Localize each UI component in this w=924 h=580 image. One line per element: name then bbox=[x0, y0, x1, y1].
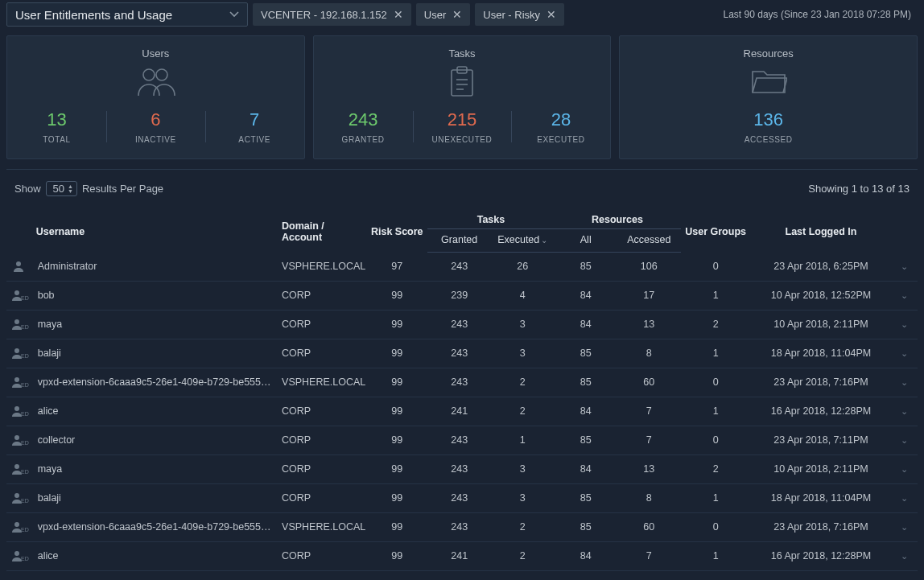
cell-executed: 26 bbox=[491, 253, 555, 282]
cell-last-logged: 16 Apr 2018, 12:28PM bbox=[751, 397, 891, 426]
filter-chip[interactable]: VCENTER - 192.168.1.152✕ bbox=[253, 3, 411, 26]
filter-label: User - Risky bbox=[483, 9, 540, 21]
page-title: User Entitlements and Usage bbox=[15, 8, 172, 22]
cell-risk: 99 bbox=[366, 426, 427, 455]
table-row[interactable]: EDbobCORP9923948417110 Apr 2018, 12:52PM… bbox=[6, 281, 918, 310]
metric-value: 13 bbox=[47, 109, 66, 130]
metric-value: 7 bbox=[250, 109, 259, 130]
close-icon[interactable]: ✕ bbox=[394, 8, 403, 21]
cell-accessed: 8 bbox=[617, 339, 681, 368]
svg-point-0 bbox=[143, 69, 155, 80]
svg-text:ED: ED bbox=[21, 353, 29, 359]
close-icon[interactable]: ✕ bbox=[547, 8, 556, 21]
metric-label: ACTIVE bbox=[238, 135, 270, 144]
col-username[interactable]: Username bbox=[33, 208, 278, 253]
user-icon: ED bbox=[6, 281, 33, 310]
metric-value: 6 bbox=[151, 109, 160, 130]
expand-row[interactable]: ⌄ bbox=[891, 483, 918, 512]
cell-all: 84 bbox=[554, 541, 617, 570]
col-executed[interactable]: Executed⌄ bbox=[491, 229, 555, 253]
expand-row[interactable]: ⌄ bbox=[891, 281, 918, 310]
cell-all: 84 bbox=[554, 397, 617, 426]
metric: 13TOTAL bbox=[7, 109, 106, 144]
cell-domain: VSPHERE.LOCAL bbox=[278, 253, 366, 282]
chevron-down-icon: ⌄ bbox=[901, 377, 908, 387]
table-row[interactable]: EDaliceCORP992412847116 Apr 2018, 12:28P… bbox=[6, 397, 918, 426]
cell-username: Administrator bbox=[33, 253, 278, 282]
expand-row[interactable]: ⌄ bbox=[891, 397, 918, 426]
metric-label: EXECUTED bbox=[537, 135, 584, 144]
cell-accessed: 13 bbox=[617, 310, 681, 339]
cell-all: 85 bbox=[554, 368, 617, 397]
chevron-down-icon: ⌄ bbox=[901, 406, 908, 416]
expand-row[interactable]: ⌄ bbox=[891, 426, 918, 455]
table-row[interactable]: EDvpxd-extension-6caaa9c5-26e1-409e-b729… bbox=[6, 368, 918, 397]
table-row[interactable]: AdministratorVSPHERE.LOCAL97243268510602… bbox=[6, 253, 918, 282]
metric: 6INACTIVE bbox=[106, 109, 205, 144]
expand-row[interactable]: ⌄ bbox=[891, 455, 918, 483]
cell-groups: 1 bbox=[681, 397, 751, 426]
col-risk[interactable]: Risk Score bbox=[366, 208, 427, 253]
cell-granted: 241 bbox=[427, 397, 491, 426]
folder-icon bbox=[750, 66, 787, 98]
cell-accessed: 13 bbox=[617, 455, 681, 483]
metric-value: 136 bbox=[753, 109, 783, 130]
metric: 243GRANTED bbox=[314, 109, 413, 144]
table-row[interactable]: EDaliceCORP992412847116 Apr 2018, 12:28P… bbox=[6, 541, 918, 570]
svg-text:ED: ED bbox=[21, 440, 29, 446]
close-icon[interactable]: ✕ bbox=[452, 8, 462, 21]
expand-row[interactable]: ⌄ bbox=[891, 368, 918, 397]
expand-row[interactable]: ⌄ bbox=[891, 310, 918, 339]
cell-executed: 3 bbox=[491, 455, 555, 483]
cell-domain: CORP bbox=[278, 281, 366, 310]
table-row[interactable]: EDcollectorCORP992431857023 Apr 2018, 7:… bbox=[6, 426, 918, 455]
table-row[interactable]: EDbalajiCORP992433858118 Apr 2018, 11:04… bbox=[6, 483, 918, 512]
cell-groups: 1 bbox=[681, 281, 751, 310]
cell-granted: 243 bbox=[427, 368, 491, 397]
cell-domain: CORP bbox=[278, 310, 366, 339]
svg-rect-2 bbox=[452, 70, 472, 96]
cell-executed: 3 bbox=[491, 483, 555, 512]
chevron-down-icon: ⌄ bbox=[901, 493, 908, 503]
cell-domain: CORP bbox=[278, 339, 366, 368]
cell-groups: 0 bbox=[681, 512, 751, 541]
date-range-text: Last 90 days (Since 23 Jan 2018 07:28 PM… bbox=[724, 9, 918, 20]
col-granted[interactable]: Granted bbox=[427, 229, 491, 253]
col-groups[interactable]: User Groups bbox=[681, 208, 751, 253]
chevron-down-icon: ⌄ bbox=[901, 319, 908, 329]
svg-text:ED: ED bbox=[21, 556, 29, 561]
cell-all: 85 bbox=[554, 512, 617, 541]
filter-chip[interactable]: User✕ bbox=[416, 3, 470, 26]
col-accessed[interactable]: Accessed bbox=[617, 229, 681, 253]
cell-all: 85 bbox=[554, 253, 617, 282]
table-row[interactable]: EDmayaCORP9924338413210 Apr 2018, 2:11PM… bbox=[6, 455, 918, 483]
svg-text:ED: ED bbox=[21, 324, 29, 330]
page-size-select[interactable]: 50 ▲▼ bbox=[46, 181, 77, 196]
cell-all: 85 bbox=[554, 483, 617, 512]
col-domain[interactable]: Domain / Account bbox=[278, 208, 366, 253]
cell-risk: 99 bbox=[366, 310, 427, 339]
cell-last-logged: 23 Apr 2018, 7:11PM bbox=[751, 426, 891, 455]
chevron-down-icon: ⌄ bbox=[901, 435, 908, 445]
expand-row[interactable]: ⌄ bbox=[891, 339, 918, 368]
metric-value: 243 bbox=[349, 109, 378, 130]
col-last-logged[interactable]: Last Logged In bbox=[751, 208, 891, 253]
cell-groups: 1 bbox=[681, 339, 751, 368]
entitlements-table: Username Domain / Account Risk Score Tas… bbox=[6, 208, 918, 571]
cell-risk: 99 bbox=[366, 512, 427, 541]
table-row[interactable]: EDbalajiCORP992433858118 Apr 2018, 11:04… bbox=[6, 339, 918, 368]
cell-executed: 2 bbox=[491, 397, 555, 426]
cell-accessed: 8 bbox=[617, 483, 681, 512]
page-title-dropdown[interactable]: User Entitlements and Usage bbox=[6, 2, 248, 27]
col-all[interactable]: All bbox=[554, 229, 617, 253]
filter-chip[interactable]: User - Risky✕ bbox=[475, 3, 564, 26]
expand-row[interactable]: ⌄ bbox=[891, 253, 918, 282]
expand-row[interactable]: ⌄ bbox=[891, 541, 918, 570]
chevron-down-icon: ⌄ bbox=[901, 348, 908, 358]
table-row[interactable]: EDmayaCORP9924338413210 Apr 2018, 2:11PM… bbox=[6, 310, 918, 339]
table-row[interactable]: EDvpxd-extension-6caaa9c5-26e1-409e-b729… bbox=[6, 512, 918, 541]
chevron-down-icon: ⌄ bbox=[901, 464, 908, 474]
expand-row[interactable]: ⌄ bbox=[891, 512, 918, 541]
cell-risk: 99 bbox=[366, 281, 427, 310]
cell-accessed: 7 bbox=[617, 541, 681, 570]
